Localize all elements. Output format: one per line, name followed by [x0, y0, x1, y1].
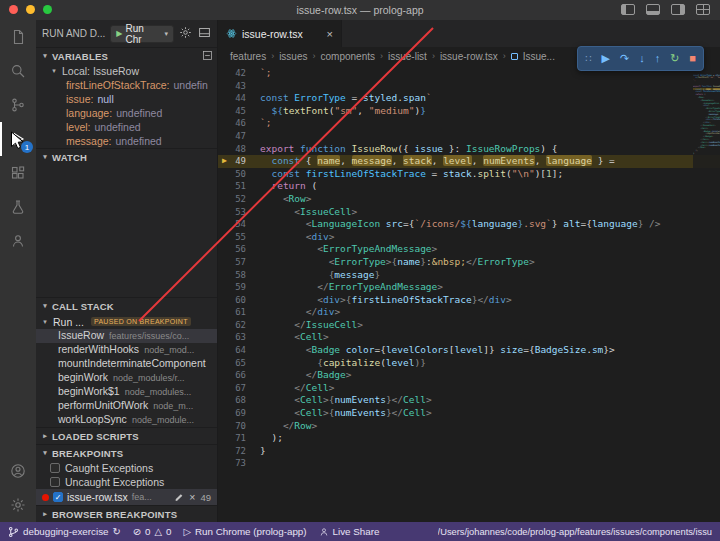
stop-button[interactable]: ■: [689, 53, 696, 64]
sync-icon[interactable]: ↻: [113, 526, 121, 537]
variable-row[interactable]: level:undefined: [36, 120, 217, 134]
line-number[interactable]: 65: [218, 357, 260, 370]
exception-breakpoint-row[interactable]: Caught Exceptions: [36, 461, 217, 475]
stack-frame[interactable]: performUnitOfWorknode_m...: [36, 399, 217, 413]
breadcrumb-item[interactable]: components: [321, 51, 375, 62]
toggle-sidebar-icon[interactable]: [621, 4, 635, 15]
step-into-button[interactable]: ↓: [639, 53, 645, 64]
code-line-45[interactable]: 45 ${textFont("sm", "medium")}: [218, 105, 720, 118]
remove-breakpoint-icon[interactable]: ×: [189, 491, 195, 503]
line-number[interactable]: 53: [218, 206, 260, 219]
browser-breakpoints-pane-header[interactable]: ▸ BROWSER BREAKPOINTS: [36, 505, 217, 522]
code-line-49[interactable]: ▶49 const { name, message, stack, level,…: [218, 155, 720, 168]
stack-frame[interactable]: beginWork$1node_modules...: [36, 385, 217, 399]
live-share-icon[interactable]: [0, 224, 36, 258]
code-line-73[interactable]: 73: [218, 457, 720, 470]
breakpoints-pane-header[interactable]: ▾ BREAKPOINTS: [36, 444, 217, 461]
code-line-46[interactable]: 46`;: [218, 117, 720, 130]
breadcrumb-item[interactable]: issue-list: [388, 51, 427, 62]
explorer-icon[interactable]: [0, 20, 36, 54]
line-number[interactable]: 43: [218, 80, 260, 93]
code-line-65[interactable]: 65 {capitalize(level)}: [218, 357, 720, 370]
toolbar-drag-handle[interactable]: ∷: [585, 53, 591, 64]
code-line-51[interactable]: 51 return (: [218, 180, 720, 193]
variables-scope[interactable]: ▾ Local: IssueRow: [36, 64, 217, 78]
line-number[interactable]: 42: [218, 67, 260, 80]
line-number[interactable]: 70: [218, 420, 260, 433]
code-line-68[interactable]: 68 <Cell>{numEvents}</Cell>: [218, 394, 720, 407]
variable-row[interactable]: language:undefined: [36, 106, 217, 120]
step-over-button[interactable]: ↷: [620, 53, 629, 64]
line-number[interactable]: 60: [218, 294, 260, 307]
watch-pane-header[interactable]: ▾ WATCH: [36, 148, 217, 165]
line-number[interactable]: 50: [218, 168, 260, 181]
breakpoint-checkbox[interactable]: [53, 492, 63, 502]
code-line-58[interactable]: 58 {message}: [218, 269, 720, 282]
minimap[interactable]: `; const ErrorType = styled.span` ${text…: [693, 65, 720, 522]
settings-gear-icon[interactable]: [0, 488, 36, 522]
code-line-71[interactable]: 71 );: [218, 432, 720, 445]
code-line-70[interactable]: 70 </Row>: [218, 420, 720, 433]
run-and-debug-icon[interactable]: 1: [0, 122, 36, 156]
step-out-button[interactable]: ↑: [655, 53, 661, 64]
code-line-55[interactable]: 55 <div>: [218, 231, 720, 244]
line-number[interactable]: 45: [218, 105, 260, 118]
live-share-item[interactable]: Live Share: [319, 526, 380, 537]
code-line-57[interactable]: 57 <ErrorType>{name}:&nbsp;</ErrorType>: [218, 256, 720, 269]
line-number[interactable]: 72: [218, 445, 260, 458]
testing-icon[interactable]: [0, 190, 36, 224]
stack-frame[interactable]: IssueRowfeatures/issues/co...: [36, 329, 217, 343]
debug-session-row[interactable]: ▾ Run ... PAUSED ON BREAKPOINT: [36, 314, 217, 329]
code-line-52[interactable]: 52 <Row>: [218, 193, 720, 206]
variable-row[interactable]: message:undefined: [36, 134, 217, 148]
breadcrumb-item[interactable]: features: [230, 51, 266, 62]
code-line-43[interactable]: 43: [218, 80, 720, 93]
code-line-62[interactable]: 62 </IssueCell>: [218, 319, 720, 332]
stack-frame[interactable]: workLoopSyncnode_module...: [36, 413, 217, 427]
code-editor[interactable]: 42`;43 44const ErrorType = styled.span`4…: [218, 65, 720, 522]
line-number[interactable]: 48: [218, 143, 260, 156]
variables-pane-header[interactable]: ▾ VARIABLES: [36, 47, 217, 64]
extensions-icon[interactable]: [0, 156, 36, 190]
toggle-secondary-sidebar-icon[interactable]: [671, 4, 685, 15]
line-number[interactable]: 51: [218, 180, 260, 193]
code-line-50[interactable]: 50 const firstLineOfStackTrace = stack.s…: [218, 168, 720, 181]
debug-console-panel-icon[interactable]: [198, 26, 211, 41]
stack-frame[interactable]: mountIndeterminateComponent: [36, 357, 217, 371]
maximize-window-icon[interactable]: [43, 5, 52, 14]
line-number[interactable]: 58: [218, 269, 260, 282]
code-line-64[interactable]: 64 <Badge color={levelColors[level]} siz…: [218, 344, 720, 357]
variable-row[interactable]: issue:null: [36, 92, 217, 106]
line-number[interactable]: 68: [218, 394, 260, 407]
line-number[interactable]: 61: [218, 306, 260, 319]
debug-settings-gear-icon[interactable]: [179, 26, 192, 41]
tab-issue-row[interactable]: issue-row.tsx ×: [218, 20, 342, 47]
line-number[interactable]: 63: [218, 331, 260, 344]
checkbox[interactable]: [50, 477, 60, 487]
line-number[interactable]: 47: [218, 130, 260, 143]
git-branch-item[interactable]: debugging-exercise ↻: [8, 526, 121, 538]
minimize-window-icon[interactable]: [26, 5, 35, 14]
code-line-54[interactable]: 54 <LanguageIcon src={`/icons/${language…: [218, 218, 720, 231]
toggle-panel-icon[interactable]: [646, 4, 660, 15]
code-line-48[interactable]: 48export function IssueRow({ issue }: Is…: [218, 143, 720, 156]
code-line-56[interactable]: 56 <ErrorTypeAndMessage>: [218, 243, 720, 256]
code-line-66[interactable]: 66 </Badge>: [218, 369, 720, 382]
breadcrumb-item[interactable]: issues: [279, 51, 307, 62]
line-number[interactable]: 71: [218, 432, 260, 445]
code-line-72[interactable]: 72}: [218, 445, 720, 458]
code-line-47[interactable]: 47: [218, 130, 720, 143]
line-number[interactable]: 57: [218, 256, 260, 269]
checkbox[interactable]: [50, 463, 60, 473]
code-line-44[interactable]: 44const ErrorType = styled.span`: [218, 92, 720, 105]
source-control-icon[interactable]: [0, 88, 36, 122]
restart-button[interactable]: ↻: [670, 53, 679, 64]
line-number[interactable]: 59: [218, 281, 260, 294]
code-line-69[interactable]: 69 <Cell>{numEvents}</Cell>: [218, 407, 720, 420]
line-number[interactable]: 46: [218, 117, 260, 130]
line-number[interactable]: 69: [218, 407, 260, 420]
code-line-53[interactable]: 53 <IssueCell>: [218, 206, 720, 219]
debug-target-item[interactable]: ▷ Run Chrome (prolog-app): [183, 526, 306, 537]
variable-row[interactable]: firstLineOfStackTrace:undefin: [36, 78, 217, 92]
exception-breakpoint-row[interactable]: Uncaught Exceptions: [36, 475, 217, 489]
